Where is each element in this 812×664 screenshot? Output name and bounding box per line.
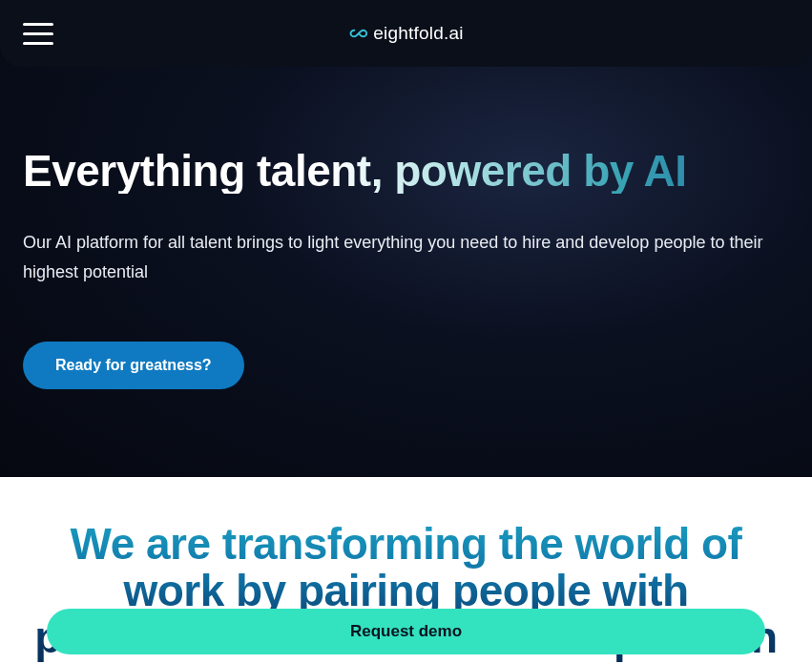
- brand-logo[interactable]: eightfold.ai: [348, 23, 463, 44]
- hero-title: Everything talent, powered by AI: [23, 148, 789, 194]
- hero-section: Everything talent, powered by AI Our AI …: [0, 0, 812, 477]
- ready-for-greatness-button[interactable]: Ready for greatness?: [23, 342, 244, 389]
- hamburger-menu-icon[interactable]: [23, 23, 53, 45]
- infinity-icon: [348, 24, 367, 43]
- site-header: eightfold.ai: [0, 0, 812, 67]
- request-demo-button[interactable]: Request demo: [47, 609, 765, 654]
- brand-text: eightfold.ai: [373, 23, 463, 44]
- hero-subtitle: Our AI platform for all talent brings to…: [23, 228, 767, 286]
